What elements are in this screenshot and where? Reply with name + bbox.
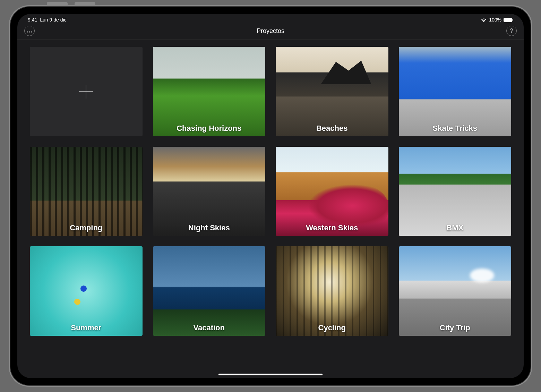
project-thumbnail	[399, 147, 512, 236]
battery-icon	[504, 18, 513, 22]
project-tile[interactable]: Vacation	[153, 246, 266, 336]
home-indicator[interactable]	[218, 374, 323, 375]
project-title: Summer	[30, 323, 143, 332]
help-button[interactable]: ?	[506, 26, 517, 36]
new-project-button[interactable]	[30, 47, 143, 136]
project-title: Camping	[30, 223, 143, 232]
project-title: BMX	[399, 223, 512, 232]
question-icon: ?	[510, 28, 513, 34]
plus-icon	[77, 83, 95, 101]
project-tile[interactable]: BMX	[399, 147, 512, 236]
project-tile[interactable]: Western Skies	[276, 147, 388, 236]
project-title: Night Skies	[153, 223, 266, 232]
status-bar: 9:41 Lun 9 de dic 100%	[17, 14, 524, 23]
project-thumbnail	[276, 147, 388, 236]
project-thumbnail	[153, 246, 266, 336]
page-title: Proyectos	[257, 27, 284, 35]
project-tile[interactable]: Camping	[30, 147, 143, 236]
project-thumbnail	[153, 47, 266, 136]
project-tile[interactable]: Skate Tricks	[399, 47, 512, 136]
project-tile[interactable]: Night Skies	[153, 147, 266, 236]
svg-point-4	[31, 31, 32, 32]
project-thumbnail	[399, 246, 512, 336]
project-thumbnail	[276, 47, 388, 136]
svg-rect-0	[504, 18, 512, 22]
project-title: Chasing Horizons	[153, 124, 266, 133]
project-tile[interactable]: Summer	[30, 246, 143, 336]
nav-bar: Proyectos ?	[17, 23, 524, 40]
project-title: Skate Tricks	[399, 124, 512, 133]
svg-point-3	[29, 31, 30, 32]
project-thumbnail	[153, 147, 266, 236]
project-tile[interactable]: Beaches	[276, 47, 388, 136]
projects-grid: Chasing Horizons Beaches Skate Tricks Ca…	[17, 40, 524, 343]
project-thumbnail	[30, 246, 143, 336]
project-title: Vacation	[153, 323, 266, 332]
ellipsis-icon	[27, 28, 32, 34]
project-title: Beaches	[276, 124, 388, 133]
project-tile[interactable]: Cycling	[276, 246, 388, 336]
screen: 9:41 Lun 9 de dic 100% Proyectos	[17, 14, 524, 378]
svg-point-2	[27, 31, 28, 32]
more-button[interactable]	[24, 26, 35, 36]
ipad-device-frame: 9:41 Lun 9 de dic 100% Proyectos	[10, 7, 531, 385]
project-tile[interactable]: Chasing Horizons	[153, 47, 266, 136]
project-thumbnail	[276, 246, 388, 336]
project-title: Cycling	[276, 323, 388, 332]
wifi-icon	[481, 18, 487, 22]
project-thumbnail	[30, 147, 143, 236]
status-time: 9:41	[28, 17, 37, 23]
project-title: Western Skies	[276, 223, 388, 232]
status-date: Lun 9 de dic	[40, 17, 66, 23]
status-battery-pct: 100%	[489, 17, 501, 23]
project-thumbnail	[399, 47, 512, 136]
project-tile[interactable]: City Trip	[399, 246, 512, 336]
project-title: City Trip	[399, 323, 512, 332]
svg-rect-1	[513, 19, 513, 21]
